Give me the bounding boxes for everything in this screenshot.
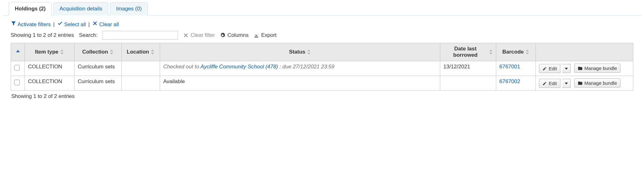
tab-acquisition-details[interactable]: Acquisition details (53, 2, 108, 15)
clear-filter-label: Clear filter (191, 32, 215, 38)
tab-holdings[interactable]: Holdings (2) (9, 2, 52, 15)
manage-bundle-button[interactable]: Manage bundle (574, 64, 620, 73)
tabs: Holdings (2) Acquisition details Images … (3, 0, 641, 15)
gear-icon (220, 32, 225, 38)
search-label: Search: (79, 32, 97, 38)
holdings-panel: Activate filters | Select all | Clear al… (3, 15, 641, 103)
sort-icon (307, 49, 311, 55)
download-icon (253, 32, 259, 38)
x-icon (92, 20, 98, 26)
x-icon (183, 32, 189, 38)
column-header-item-type[interactable]: Item type (25, 43, 75, 61)
caret-down-icon (565, 83, 568, 84)
tab-images[interactable]: Images (0) (110, 2, 147, 15)
manage-bundle-button[interactable]: Manage bundle (574, 78, 620, 88)
cell-barcode: 6767001 (496, 61, 536, 76)
select-all-label: Select all (64, 21, 86, 27)
listing-toolbar: Showing 1 to 2 of 2 entries Search: Clea… (11, 31, 633, 40)
cell-status: Available (160, 76, 440, 91)
sort-icon (110, 49, 114, 55)
cell-barcode: 6767002 (496, 76, 536, 91)
clear-all-link[interactable]: Clear all (92, 21, 119, 27)
columns-label: Columns (227, 32, 248, 38)
edit-label: Edit (549, 66, 557, 71)
column-header-barcode[interactable]: Barcode (496, 43, 536, 61)
export-button[interactable]: Export (253, 32, 276, 38)
filter-toolbar: Activate filters | Select all | Clear al… (11, 20, 633, 28)
manage-bundle-label: Manage bundle (585, 80, 617, 86)
table-row: COLLECTION Curriculum sets Available 676… (11, 76, 633, 91)
edit-dropdown-button[interactable] (562, 79, 571, 88)
clear-all-label: Clear all (99, 21, 119, 27)
holdings-table: Item type Collection Location Status Dat… (11, 43, 633, 91)
edit-label: Edit (549, 81, 557, 86)
row-checkbox[interactable] (14, 80, 20, 85)
column-label: Date last borrowed (443, 46, 487, 58)
column-label: Collection (82, 49, 108, 55)
column-header-collection[interactable]: Collection (75, 43, 122, 61)
select-all-link[interactable]: Select all (57, 21, 87, 27)
manage-bundle-label: Manage bundle (585, 66, 617, 71)
table-row: COLLECTION Curriculum sets Checked out t… (11, 61, 633, 76)
pencil-icon (542, 81, 547, 86)
cell-actions: Edit Manage bundle (536, 61, 633, 76)
status-suffix: : due 27/12/2021 23:59 (278, 64, 335, 70)
search-input[interactable] (103, 31, 178, 40)
sort-icon (151, 49, 155, 55)
column-header-sort[interactable] (11, 43, 25, 61)
clear-filter-button[interactable]: Clear filter (183, 32, 215, 38)
column-label: Item type (35, 49, 58, 55)
sort-icon (60, 49, 64, 55)
column-header-actions (536, 43, 633, 61)
filter-icon (11, 20, 16, 26)
cell-collection: Curriculum sets (75, 76, 122, 91)
entries-info-bottom: Showing 1 to 2 of 2 entries (11, 91, 633, 100)
activate-filters-label: Activate filters (18, 21, 51, 27)
cell-item-type: COLLECTION (25, 61, 75, 76)
folder-icon (578, 66, 583, 71)
edit-button[interactable]: Edit (539, 79, 560, 88)
export-label: Export (261, 32, 276, 38)
cell-status: Checked out to Aycliffe Community School… (160, 61, 440, 76)
edit-button[interactable]: Edit (539, 64, 560, 73)
columns-button[interactable]: Columns (220, 32, 248, 38)
column-label: Status (289, 49, 305, 55)
cell-collection: Curriculum sets (75, 61, 122, 76)
entries-info-top: Showing 1 to 2 of 2 entries (11, 32, 74, 38)
edit-dropdown-button[interactable] (562, 64, 571, 73)
sort-icon (526, 49, 530, 55)
barcode-link[interactable]: 6767002 (499, 78, 520, 84)
cell-date-last-borrowed: 13/12/2021 (440, 61, 496, 76)
row-checkbox[interactable] (14, 65, 20, 71)
column-header-date-last-borrowed[interactable]: Date last borrowed (440, 43, 496, 61)
column-label: Barcode (502, 49, 524, 55)
sort-icon (489, 49, 493, 55)
column-header-status[interactable]: Status (160, 43, 440, 61)
separator: | (52, 21, 55, 27)
cell-location (122, 76, 160, 91)
folder-icon (578, 81, 583, 86)
cell-date-last-borrowed (440, 76, 496, 91)
borrower-link[interactable]: Aycliffe Community School (478) (200, 64, 278, 70)
activate-filters-link[interactable]: Activate filters (11, 21, 52, 27)
check-icon (57, 20, 63, 26)
separator: | (87, 21, 91, 27)
column-header-location[interactable]: Location (122, 43, 160, 61)
status-prefix: Checked out to (163, 64, 200, 70)
sort-asc-icon (16, 50, 20, 54)
cell-location (122, 61, 160, 76)
caret-down-icon (565, 68, 568, 70)
pencil-icon (542, 66, 547, 71)
cell-actions: Edit Manage bundle (536, 76, 633, 91)
column-label: Location (127, 49, 149, 55)
cell-item-type: COLLECTION (25, 76, 75, 91)
barcode-link[interactable]: 6767001 (499, 64, 520, 70)
